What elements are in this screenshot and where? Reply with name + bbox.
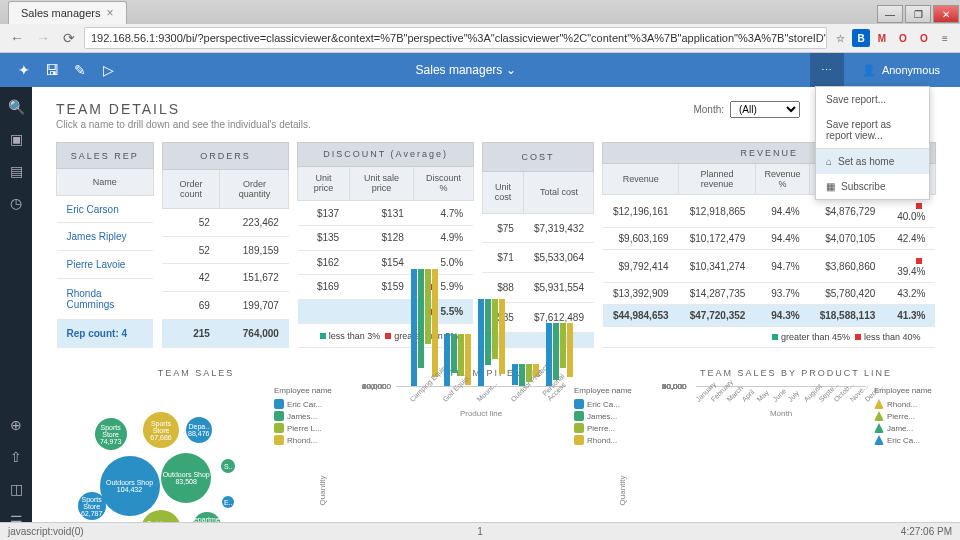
table-row[interactable]: 69199,707 (162, 292, 289, 320)
menu-save-as-view[interactable]: Save report as report view... (816, 112, 929, 148)
bubble[interactable]: Depa..88,476 (186, 417, 212, 443)
menu-icon[interactable]: ≡ (936, 29, 954, 47)
back-button[interactable]: ← (6, 27, 28, 49)
opera-icon-2[interactable]: O (915, 29, 933, 47)
table-row[interactable]: 52223,462 (162, 208, 289, 236)
bar[interactable] (567, 323, 573, 377)
home-icon: ⌂ (826, 156, 832, 167)
save-icon[interactable]: 🖫 (38, 56, 66, 84)
table-total-row: 215764,000 (162, 320, 289, 348)
legend-item[interactable]: Rhond... (274, 435, 336, 445)
bubble[interactable]: Sports Store74,973 (95, 418, 127, 450)
legend-item[interactable]: Eric Ca... (574, 399, 636, 409)
table-row[interactable]: $75$7,319,432 (482, 213, 594, 243)
table-row[interactable]: James Ripley (57, 223, 154, 251)
bar[interactable] (478, 299, 484, 386)
reload-button[interactable]: ⟳ (58, 27, 80, 49)
bubble[interactable]: S.. (221, 459, 235, 473)
table-row[interactable]: 42151,672 (162, 264, 289, 292)
legend-item[interactable]: Rhond... (874, 399, 936, 409)
bubble-chart[interactable]: Outdoors Shop104,432Outdoors Shop83,508S… (56, 386, 266, 540)
window-minimize-button[interactable]: — (877, 5, 903, 23)
legend-item[interactable]: Pierre... (874, 411, 936, 421)
menu-save-report[interactable]: Save report... (816, 87, 929, 112)
area-chart[interactable]: 010,00020,00030,00040,00050,00060,00070,… (696, 386, 866, 387)
month-select[interactable]: (All) (730, 101, 800, 118)
table-row[interactable]: Rhonda Cummings (57, 278, 154, 320)
table-row[interactable]: $9,792,414$10,341,27494.7%$3,860,86039.4… (603, 250, 936, 283)
play-icon[interactable]: ▷ (94, 56, 122, 84)
more-menu-button[interactable]: ⋯ (810, 53, 844, 87)
tab-title: Sales managers (21, 7, 101, 19)
table-row[interactable]: Eric Carson (57, 195, 154, 223)
content-icon[interactable]: ▣ (4, 127, 28, 151)
legend-item[interactable]: Jame... (874, 423, 936, 433)
table-row[interactable]: $9,603,169$10,172,47994.4%$4,070,10542.4… (603, 228, 936, 250)
url-field[interactable]: 192.168.56.1:9300/bi/?perspective=classi… (84, 27, 827, 49)
month-filter: Month: (All) (693, 101, 800, 118)
new-icon[interactable]: ⊕ (4, 413, 28, 437)
bubble[interactable]: Outdoors Shop104,432 (100, 456, 160, 516)
chart-title-team-sales: TEAM SALES (56, 368, 336, 378)
app-logo-icon[interactable]: ✦ (10, 56, 38, 84)
bar[interactable] (560, 323, 566, 368)
bar[interactable] (499, 299, 505, 374)
page-title: TEAM DETAILS (56, 101, 936, 117)
bar[interactable] (444, 334, 450, 387)
gmail-icon[interactable]: M (873, 29, 891, 47)
bar-chart[interactable]: 020,00040,00060,00080,000100,000120,000C… (396, 386, 566, 387)
legend-item[interactable]: James... (574, 411, 636, 421)
bar[interactable] (418, 269, 424, 368)
table-row[interactable]: $137$1314.7% (298, 201, 473, 226)
table-row[interactable]: 52189,159 (162, 236, 289, 264)
bubble[interactable]: Sports Store62,787 (78, 492, 106, 520)
edit-icon[interactable]: ✎ (66, 56, 94, 84)
window-close-button[interactable]: ✕ (933, 5, 959, 23)
table-row[interactable]: Pierre Lavoie (57, 251, 154, 279)
legend-item[interactable]: James... (274, 411, 336, 421)
recent-icon[interactable]: ◷ (4, 191, 28, 215)
legend-item[interactable]: Pierre L... (274, 423, 336, 433)
table-row[interactable]: $13,392,909$14,287,73593.7%$5,780,42043.… (603, 283, 936, 305)
bubble[interactable]: Outdoors Shop83,508 (161, 453, 211, 503)
status-left: javascript:void(0) (8, 526, 84, 537)
notifications-icon[interactable]: ◫ (4, 477, 28, 501)
table-row[interactable]: $162$1545.0% (298, 250, 473, 275)
bar[interactable] (485, 299, 491, 365)
menu-set-as-home[interactable]: ⌂Set as home (816, 149, 929, 174)
table-row[interactable]: $169$1595.9% (298, 275, 473, 300)
user-menu[interactable]: 👤 Anonymous (852, 64, 950, 77)
legend-item[interactable]: Rhond... (574, 435, 636, 445)
bar[interactable] (492, 299, 498, 359)
legend-item[interactable]: Pierre... (574, 423, 636, 433)
legend-item[interactable]: Eric Ca... (874, 435, 936, 445)
bar[interactable] (425, 269, 431, 344)
bubble[interactable]: Sports Store67,686 (143, 412, 179, 448)
window-maximize-button[interactable]: ❐ (905, 5, 931, 23)
close-tab-icon[interactable]: × (107, 6, 114, 20)
chart-title-by-product: TEAM SALES BY PRODUCT LINE (656, 368, 936, 378)
browser-tab[interactable]: Sales managers × (8, 1, 127, 24)
bar[interactable] (553, 323, 559, 380)
more-dropdown-menu: Save report... Save report as report vie… (815, 86, 930, 200)
opera-icon[interactable]: O (894, 29, 912, 47)
bar[interactable] (546, 323, 552, 386)
table-row[interactable]: $71$5,533,064 (482, 243, 594, 273)
user-name: Anonymous (882, 64, 940, 76)
bar[interactable] (512, 364, 518, 385)
report-title-dropdown[interactable]: Sales managers⌄ (416, 63, 517, 77)
bar[interactable] (458, 334, 464, 376)
ext-icon-b[interactable]: B (852, 29, 870, 47)
upload-icon[interactable]: ⇧ (4, 445, 28, 469)
folder-icon[interactable]: ▤ (4, 159, 28, 183)
bubble[interactable]: E.. (222, 496, 234, 508)
menu-subscribe[interactable]: ▦Subscribe (816, 174, 929, 199)
search-icon[interactable]: 🔍 (4, 95, 28, 119)
bar[interactable] (432, 269, 438, 377)
legend-item[interactable]: Eric Car... (274, 399, 336, 409)
bar[interactable] (451, 334, 457, 373)
table-row[interactable]: $135$1284.9% (298, 225, 473, 250)
bar[interactable] (411, 269, 417, 386)
bookmark-icon[interactable]: ☆ (831, 29, 849, 47)
forward-button[interactable]: → (32, 27, 54, 49)
